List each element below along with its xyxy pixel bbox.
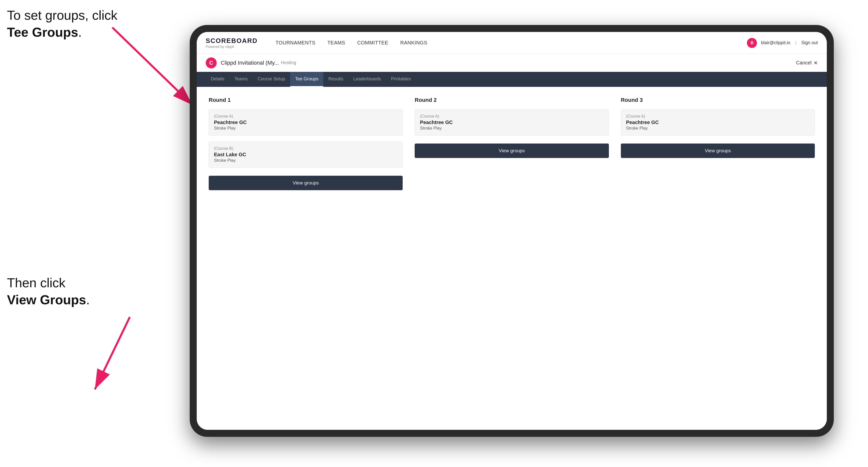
tab-results[interactable]: Results [323,72,348,87]
tab-teams[interactable]: Teams [229,72,253,87]
round-2-course-a-card: (Course A) Peachtree GC Stroke Play [415,109,609,135]
tab-printables[interactable]: Printables [386,72,416,87]
round-2-course-a-name: Peachtree GC [420,120,603,125]
round-1-course-b-name: East Lake GC [214,152,397,157]
sign-out-link[interactable]: Sign out [801,40,818,45]
logo-area: SCOREBOARD Powered by clippit [206,37,258,49]
nav-teams[interactable]: TEAMS [321,32,351,54]
round-1-course-b-format: Stroke Play [214,158,397,163]
round-1-course-a-card: (Course A) Peachtree GC Stroke Play [209,109,403,135]
top-nav: SCOREBOARD Powered by clippit TOURNAMENT… [197,32,827,54]
round-3-view-groups-button[interactable]: View groups [621,144,815,158]
round-3-section: Round 3 (Course A) Peachtree GC Stroke P… [621,97,815,190]
nav-tournaments[interactable]: TOURNAMENTS [270,32,321,54]
round-1-section: Round 1 (Course A) Peachtree GC Stroke P… [209,97,403,190]
main-content: Round 1 (Course A) Peachtree GC Stroke P… [197,87,827,430]
round-3-course-a-card: (Course A) Peachtree GC Stroke Play [621,109,815,135]
logo-sub: Powered by clippit [206,45,258,49]
nav-right: B blair@clippit.io | Sign out [747,38,818,48]
tournament-header: C Clippd Invitational (My... Hosting Can… [197,54,827,72]
tab-leaderboards[interactable]: Leaderboards [348,72,386,87]
round-2-course-a-label: (Course A) [420,114,603,119]
cancel-button[interactable]: Cancel ✕ [796,60,818,66]
tournament-name: Clippd Invitational (My... [221,60,279,66]
instruction-bottom: Then click View Groups. [7,275,90,308]
logo-text: SCOREBOARD [206,37,258,45]
round-3-course-a-name: Peachtree GC [626,120,810,125]
round-1-view-groups-button[interactable]: View groups [209,176,403,190]
round-1-course-a-format: Stroke Play [214,126,397,131]
svg-line-1 [112,27,192,105]
tab-bar: Details Teams Course Setup Tee Groups Re… [197,72,827,87]
nav-committee[interactable]: COMMITTEE [351,32,395,54]
tab-course-setup[interactable]: Course Setup [253,72,290,87]
rounds-grid: Round 1 (Course A) Peachtree GC Stroke P… [209,97,815,190]
round-1-course-b-card: (Course B) East Lake GC Stroke Play [209,142,403,168]
user-avatar: B [747,38,757,48]
round-3-course-a-label: (Course A) [626,114,810,119]
round-2-view-groups-button[interactable]: View groups [415,144,609,158]
tab-details[interactable]: Details [206,72,229,87]
cancel-icon: ✕ [813,60,818,66]
round-2-course-a-format: Stroke Play [420,126,603,131]
arrow-bottom-icon [75,312,160,402]
logo-scoreboard: SCOREBOARD [206,37,258,44]
round-2-title: Round 2 [415,97,609,103]
nav-user-email: blair@clippit.io [761,40,790,45]
round-1-course-a-name: Peachtree GC [214,120,397,125]
tournament-hosting-badge: Hosting [281,60,296,65]
round-1-title: Round 1 [209,97,403,103]
round-1-course-b-label: (Course B) [214,146,397,151]
nav-rankings[interactable]: RANKINGS [394,32,433,54]
round-3-course-a-format: Stroke Play [626,126,810,131]
tablet-screen: SCOREBOARD Powered by clippit TOURNAMENT… [197,32,827,430]
svg-line-3 [95,317,130,390]
round-3-title: Round 3 [621,97,815,103]
tournament-logo: C [206,57,217,68]
tablet-device: SCOREBOARD Powered by clippit TOURNAMENT… [190,25,834,437]
nav-links: TOURNAMENTS TEAMS COMMITTEE RANKINGS [270,32,747,54]
tab-tee-groups[interactable]: Tee Groups [290,72,323,87]
round-2-section: Round 2 (Course A) Peachtree GC Stroke P… [415,97,609,190]
instruction-top: To set groups, click Tee Groups. [7,7,117,41]
round-1-course-a-label: (Course A) [214,114,397,119]
